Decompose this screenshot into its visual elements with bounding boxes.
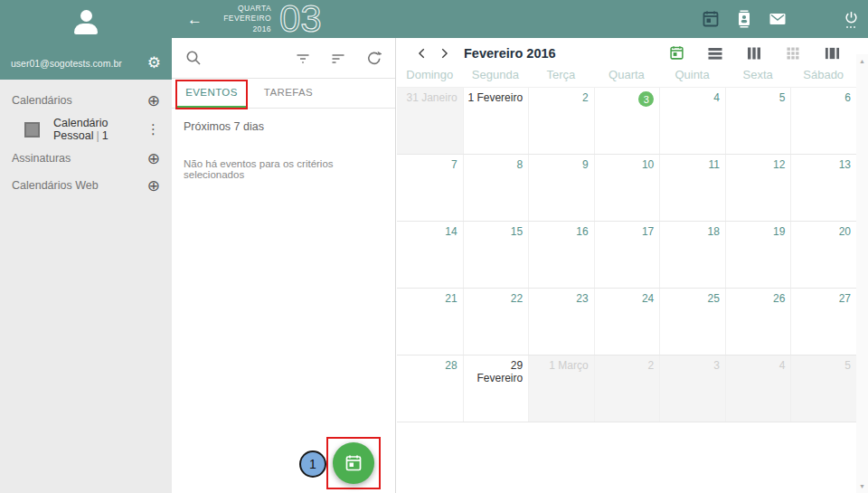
calendar-day-cell[interactable]: 1 Fevereiro (463, 88, 529, 154)
calendar-day-cell[interactable]: 19 (725, 222, 791, 288)
day-label: 27 (839, 292, 851, 305)
calendar-day-cell[interactable]: 23 (528, 289, 594, 355)
day-view-icon[interactable] (705, 43, 725, 63)
calendar-day-cell[interactable]: 2 (594, 356, 660, 422)
filter-icon[interactable] (293, 48, 313, 68)
calendar-day-cell[interactable]: 16 (528, 222, 594, 288)
day-label: 16 (576, 225, 588, 238)
day-label: 29 Fevereiro (476, 359, 523, 384)
calendar-day-cell[interactable]: 29 Fevereiro (463, 356, 529, 422)
logout-power-icon[interactable] (842, 10, 860, 28)
sidebar-item-calendars[interactable]: Calendários ⊕ (0, 87, 172, 114)
day-label: 11 (708, 158, 719, 171)
kebab-menu-icon[interactable]: ⋮ (146, 121, 160, 137)
sort-icon[interactable] (328, 48, 348, 68)
calendar-day-cell[interactable]: 3 (594, 88, 660, 154)
calendar-day-cell[interactable]: 10 (594, 155, 660, 221)
next-month-button[interactable] (433, 43, 455, 64)
calendar-day-cell[interactable]: 4 (659, 88, 725, 154)
refresh-icon[interactable] (363, 48, 383, 68)
current-year: 2016 (215, 24, 271, 34)
calendar-day-cell[interactable]: 25 (659, 289, 725, 355)
calendar-month-panel: Fevereiro 2016 (397, 38, 868, 493)
day-label: 31 Janeiro (407, 91, 458, 104)
calendar-day-cell[interactable]: 3 (659, 356, 725, 422)
weekday-label: Quarta (594, 68, 660, 87)
day-label: 3 (713, 359, 720, 372)
calendar-day-cell[interactable]: 2 (528, 88, 594, 154)
tab-eventos[interactable]: EVENTOS (177, 79, 246, 108)
calendar-day-cell[interactable]: 13 (790, 155, 856, 221)
contacts-module-icon[interactable] (735, 10, 753, 28)
day-label: 15 (511, 225, 523, 238)
calendar-scrollbar[interactable]: ▲ ▼ (856, 54, 868, 493)
sidebar-group-label: Calendários (12, 94, 72, 107)
calendar-day-cell[interactable]: 9 (528, 155, 594, 221)
calendar-day-cell[interactable]: 21 (397, 289, 463, 355)
calendar-day-cell[interactable]: 31 Janeiro (397, 88, 463, 154)
calendar-day-cell[interactable]: 15 (463, 222, 529, 288)
previous-month-button[interactable] (411, 43, 433, 64)
calendar-day-cell[interactable]: 4 (725, 356, 791, 422)
day-label: 19 (773, 225, 785, 238)
week-view-icon[interactable] (744, 43, 764, 63)
calendar-day-cell[interactable]: 5 (725, 88, 791, 154)
calendar-day-cell[interactable]: 14 (397, 222, 463, 288)
calendar-day-cell[interactable]: 12 (725, 155, 791, 221)
calendar-day-cell[interactable]: 5 (790, 356, 856, 422)
weekday-label: Sábado (790, 68, 856, 87)
calendar-day-cell[interactable]: 17 (594, 222, 660, 288)
calendar-plus-icon (344, 454, 363, 472)
calendar-day-cell[interactable]: 27 (790, 289, 856, 355)
day-label: 24 (642, 292, 654, 305)
search-icon[interactable] (184, 48, 203, 68)
current-weekday: QUARTA (215, 4, 271, 14)
month-view-icon[interactable] (783, 43, 803, 63)
day-label: 21 (445, 292, 457, 305)
calendar-day-cell[interactable]: 18 (659, 222, 725, 288)
day-label: 6 (844, 91, 851, 104)
day-label: 5 (844, 359, 851, 372)
calendar-day-cell[interactable]: 24 (594, 289, 660, 355)
mail-module-icon[interactable] (769, 10, 787, 28)
calendar-week-row: 14151617181920 (397, 222, 856, 289)
current-day-number: 03 (279, 1, 322, 37)
calendar-week-row: 31 Janeiro1 Fevereiro23456 (397, 88, 856, 155)
day-label: 12 (773, 158, 785, 171)
calendar-day-cell[interactable]: 6 (790, 88, 856, 154)
scroll-down-icon[interactable]: ▼ (859, 483, 865, 489)
tab-tarefas[interactable]: TAREFAS (254, 79, 323, 108)
day-label: 20 (839, 225, 851, 238)
sidebar-item-personal-calendar[interactable]: Calendário Pessoal|1 ⋮ (0, 114, 172, 145)
day-label: 18 (707, 225, 719, 238)
sogo-calendar-app: { "topbar": { "weekday": "QUARTA", "mont… (0, 0, 868, 493)
gear-icon[interactable]: ⚙ (147, 55, 161, 71)
weekday-label: Sexta (725, 68, 791, 87)
add-web-calendar-icon[interactable]: ⊕ (147, 178, 160, 194)
calendar-day-cell[interactable]: 22 (463, 289, 529, 355)
back-arrow-icon[interactable]: ← (187, 12, 203, 27)
today-icon[interactable] (666, 43, 686, 63)
sidebar-item-subscriptions[interactable]: Assinaturas ⊕ (0, 145, 172, 172)
calendar-day-cell[interactable]: 1 Março (528, 356, 594, 422)
calendar-grid: 31 Janeiro1 Fevereiro2345678910111213141… (397, 87, 856, 422)
day-label: 22 (511, 292, 523, 305)
sidebar-item-web-calendars[interactable]: Calendários Web ⊕ (0, 172, 172, 199)
day-label: 1 Fevereiro (467, 91, 523, 104)
calendar-toolbar: Fevereiro 2016 (397, 38, 868, 68)
calendar-color-checkbox[interactable] (24, 122, 40, 137)
calendar-module-icon[interactable] (702, 10, 720, 28)
day-label: 10 (642, 158, 654, 171)
calendar-day-cell[interactable]: 20 (790, 222, 856, 288)
new-event-fab-button[interactable] (333, 442, 374, 484)
add-calendar-icon[interactable]: ⊕ (147, 93, 160, 109)
calendar-day-cell[interactable]: 11 (659, 155, 725, 221)
calendar-day-cell[interactable]: 26 (725, 289, 791, 355)
calendar-day-cell[interactable]: 8 (463, 155, 529, 221)
weekday-label: Terça (528, 68, 594, 87)
calendar-day-cell[interactable]: 28 (397, 356, 463, 422)
multicolumn-view-icon[interactable] (822, 43, 842, 63)
add-subscription-icon[interactable]: ⊕ (147, 151, 160, 166)
calendar-day-cell[interactable]: 7 (397, 155, 463, 221)
scroll-up-icon[interactable]: ▲ (859, 58, 865, 64)
